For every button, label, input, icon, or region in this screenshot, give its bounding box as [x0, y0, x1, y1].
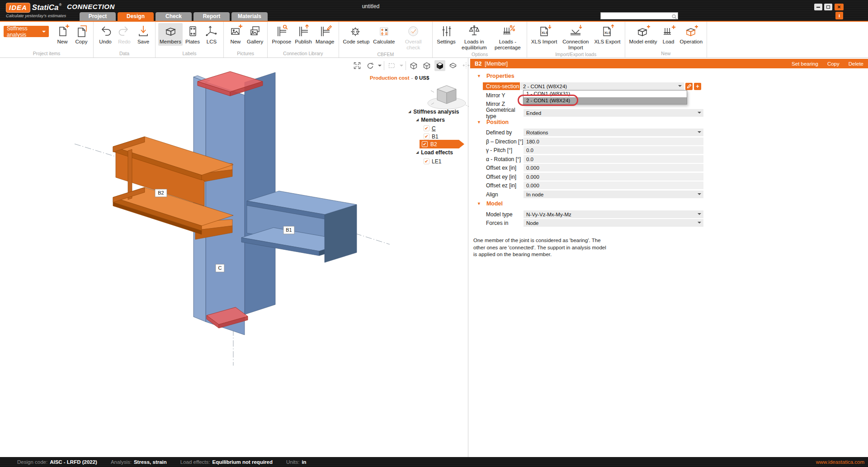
view-clip-button[interactable] [448, 60, 458, 71]
undo-button[interactable]: Undo [96, 23, 114, 46]
manage-button[interactable]: Manage [314, 23, 336, 46]
section-model[interactable]: ▼ Model [477, 200, 503, 207]
tab-check[interactable]: Check [156, 12, 192, 21]
dropdown-option-1[interactable]: 1 - CON1 (W8X31) [524, 91, 687, 97]
tree-item-b1[interactable]: ✔ B1 [424, 133, 439, 140]
offset-ey-input[interactable]: 0.000 [524, 173, 703, 181]
new-project-item-button[interactable]: New [53, 23, 71, 46]
load-effects-value[interactable]: Equilibrium not required [212, 459, 273, 465]
calculate-button[interactable]: Calculate [372, 23, 396, 46]
plate-icon [185, 24, 200, 38]
tab-materials[interactable]: Materials [231, 12, 268, 21]
align-dropdown[interactable]: In node [524, 191, 703, 198]
panel-header: B2 [Member] Set bearing Copy Delete [470, 59, 868, 68]
publish-button[interactable]: Publish [293, 23, 313, 46]
tree-item-b2-selected[interactable]: ✔ B2 [408, 141, 468, 148]
checkbox-checked-icon[interactable]: ✔ [424, 125, 429, 131]
overall-check-button: Overall check [397, 23, 429, 52]
tab-project[interactable]: Project [80, 12, 116, 21]
copy-project-item-button[interactable]: Copy [72, 23, 90, 46]
copy-member-button[interactable]: Copy [827, 61, 840, 67]
tab-report[interactable]: Report [193, 12, 230, 21]
sliders-icon [439, 24, 453, 38]
save-button[interactable]: Save [134, 23, 152, 46]
tree-group-members[interactable]: ◢ Members [416, 116, 445, 124]
checkbox-checked-icon[interactable]: ✔ [424, 133, 429, 139]
analysis-value[interactable]: Stress, strain [134, 459, 167, 465]
offset-ez-input[interactable]: 0.000 [524, 181, 703, 189]
xls-export-button[interactable]: XLS XLS Export [593, 23, 622, 46]
tree-item-c[interactable]: ✔ C [424, 124, 436, 132]
new-picture-button[interactable]: New [226, 23, 245, 46]
tree-root[interactable]: ◢ Stiffness analysis [408, 108, 459, 115]
expander-icon[interactable]: ◢ [416, 151, 419, 154]
dropdown-option-2[interactable]: 2 - CON1 (W8X24) [524, 97, 687, 104]
rotate-view-button[interactable] [365, 60, 376, 71]
close-button[interactable]: ✕ [835, 4, 844, 10]
section-collapse-icon[interactable]: ▼ [477, 201, 481, 206]
chevron-down-icon[interactable] [378, 65, 382, 68]
balance-scale-icon [467, 24, 481, 38]
plates-labels-button[interactable]: Plates [184, 23, 202, 46]
defined-by-dropdown[interactable]: Rotations [524, 129, 703, 136]
cross-section-dropdown[interactable]: 2 - CON1 (W8X24) [520, 82, 684, 90]
delete-member-button[interactable]: Delete [849, 61, 863, 67]
minimize-button[interactable] [814, 4, 822, 10]
new-operation-button[interactable]: Operation [679, 23, 704, 46]
3d-viewport[interactable]: B2 B1 C [0, 58, 468, 457]
xls-import-button[interactable]: XLS XLS Import [530, 23, 559, 46]
model-type-dropdown[interactable]: N-Vy-Vz-Mx-My-Mz [524, 210, 703, 218]
lcs-labels-button[interactable]: LCS [203, 23, 221, 46]
units-value[interactable]: in [302, 459, 306, 465]
expander-icon[interactable]: ◢ [416, 118, 419, 122]
website-link[interactable]: www.ideastatica.com [816, 459, 864, 465]
model-entity-button[interactable]: Model entity [628, 23, 659, 46]
design-code-value[interactable]: AISC - LRFD (2022) [50, 459, 97, 465]
set-bearing-button[interactable]: Set bearing [792, 61, 818, 67]
member-label-c[interactable]: C [216, 264, 224, 272]
tab-design[interactable]: Design [118, 12, 154, 21]
fit-view-icon [353, 62, 361, 70]
gamma-pitch-input[interactable]: 0.0 [524, 146, 703, 154]
view-hidden-edges-button[interactable] [421, 60, 432, 71]
info-button[interactable]: i [835, 12, 843, 19]
section-collapse-icon[interactable]: ▼ [477, 74, 481, 78]
checkbox-checked-icon[interactable]: ✔ [422, 141, 428, 147]
member-label-b1[interactable]: B1 [283, 226, 294, 234]
expander-icon[interactable]: ◢ [408, 110, 411, 114]
settings-button[interactable]: Settings [435, 23, 457, 46]
section-position[interactable]: ▼ Position [477, 119, 509, 125]
offset-ex-input[interactable]: 0.000 [524, 164, 703, 172]
selected-item-highlight[interactable]: ✔ B2 [420, 140, 464, 148]
maximize-button[interactable] [824, 4, 832, 10]
fit-view-button[interactable] [352, 60, 363, 71]
chevron-down-icon [698, 213, 701, 217]
search-input[interactable] [601, 13, 671, 19]
propose-button[interactable]: Propose [270, 23, 292, 46]
connection-import-button[interactable]: Connection Import [559, 23, 592, 52]
section-collapse-icon[interactable]: ▼ [477, 120, 481, 124]
view-solid-button[interactable] [434, 60, 445, 71]
edit-cross-section-button[interactable] [685, 83, 693, 90]
alpha-rotation-input[interactable]: 0.0 [524, 155, 703, 163]
chevron-down-icon [400, 65, 403, 68]
analysis-type-selector[interactable]: Stiffness analysis [4, 26, 49, 37]
chevron-down-icon [698, 112, 701, 115]
checkbox-checked-icon[interactable]: ✔ [424, 158, 429, 164]
member-label-b2[interactable]: B2 [155, 189, 167, 197]
forces-in-dropdown[interactable]: Node [524, 219, 703, 227]
add-cross-section-button[interactable]: + [694, 83, 701, 90]
tree-item-le1[interactable]: ✔ LE1 [424, 157, 441, 165]
gallery-button[interactable]: Gallery [245, 23, 264, 46]
loads-in-equilibrium-button[interactable]: Loads in equilibrium [458, 23, 491, 52]
cross-section-dropdown-list: 1 - CON1 (W8X31) 2 - CON1 (W8X24) [523, 90, 687, 105]
geometrical-type-dropdown[interactable]: Ended [524, 109, 703, 117]
loads-percentage-button[interactable]: Loads - percentage [491, 23, 524, 52]
beta-direction-input[interactable]: 180.0 [524, 138, 703, 145]
code-setup-button[interactable]: Code setup [342, 23, 371, 46]
tree-group-load-effects[interactable]: ◢ Load effects [416, 148, 453, 156]
section-properties[interactable]: ▼ Properties [477, 73, 514, 79]
view-axonometry-button[interactable] [408, 60, 419, 71]
new-load-button[interactable]: Load [660, 23, 678, 46]
members-labels-button[interactable]: Members [158, 23, 183, 46]
